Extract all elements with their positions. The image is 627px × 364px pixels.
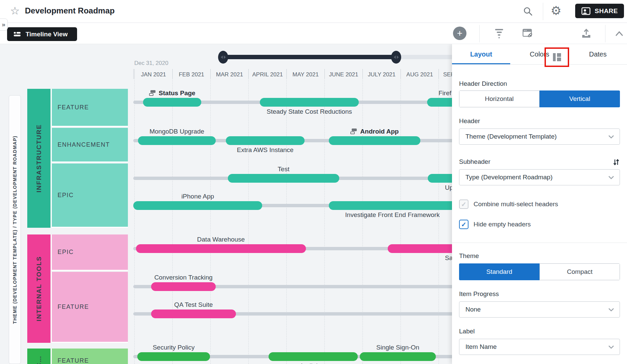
timeline-item-bar[interactable] [269,352,358,361]
month-header: JAN 2021 [134,69,172,79]
item-name-text: QA Test Suite [174,301,213,308]
handle-arrow-right-icon [224,56,226,59]
layout-panel-button[interactable] [552,52,562,62]
timeline-item-label: Status Page [85,89,260,97]
timeline-item-bar[interactable] [226,136,305,145]
timeline-item-bar[interactable] [151,282,216,291]
subheader-cell: EPIC [51,234,128,271]
header-divider [543,3,543,20]
item-name-text: Audit Log [300,362,326,364]
timeline-item-label: MongoDB Upgrade [90,128,265,135]
panel-section-divider [452,243,627,243]
timeline-item-bar[interactable] [260,98,359,107]
toolbar-divider [479,25,480,42]
timeline-item-bar[interactable] [138,136,216,145]
item-card-icon [350,129,357,135]
subheader-cell-label: EPIC [52,249,74,256]
theme-toggle: Standard Compact [459,263,620,280]
handle-arrow-left-icon [221,56,223,59]
timeline-item-label: Conversion Tracking [96,274,271,281]
timeline-view-button[interactable]: Timeline View [7,27,77,41]
timeline-item-bar[interactable] [329,201,456,210]
month-gridline [134,80,135,364]
search-icon[interactable] [523,6,533,16]
timerange-slider-track[interactable] [399,55,452,59]
top-header-bar: ☆ Development Roadmap ⚙ SHARE [0,0,627,23]
item-name-text: MongoDB Upgrade [149,128,204,135]
timeline-item-label: QA Test Suite [106,301,281,308]
direction-vertical-option[interactable]: Vertical [539,90,620,107]
item-progress-select[interactable]: None [459,301,620,318]
month-gridline [439,80,439,364]
subheader-select[interactable]: Type (Development Roadmap) [459,169,620,185]
item-card-icon [149,90,156,96]
add-item-button[interactable]: + [453,27,466,40]
chevron-down-icon [608,308,614,312]
group-header-label: C… [35,355,43,364]
timeline-item-bar[interactable] [133,201,262,210]
item-name-text: Single Sign-On [376,344,419,351]
layout-columns-icon [552,52,562,62]
subheader-cell-label: EPIC [52,192,74,199]
timeline-item-bar[interactable] [388,244,457,253]
item-name-text: Sa [445,254,453,261]
timeline-item-label: Audit Log [226,362,401,364]
sort-order-icon[interactable] [613,158,620,166]
month-gridline [362,80,363,364]
export-upload-icon [581,28,592,39]
chevrons-right-icon: » [2,21,5,28]
timeline-view-icon [14,32,21,37]
chevron-down-icon [608,135,614,139]
timeline-item-bar[interactable] [329,136,420,145]
format-panel: Layout Colors Dates Header Direction Hor… [452,44,627,364]
range-start-date: Dec 31, 2020 [134,60,168,67]
share-button[interactable]: SHARE [575,4,624,18]
tab-layout[interactable]: Layout [452,44,510,64]
timeline-item-bar[interactable] [360,352,436,361]
combine-headers-label: Combine multi-select headers [474,201,558,208]
header-select[interactable]: Theme (Development Template) [459,129,620,145]
timeline-item-bar[interactable] [228,174,339,183]
slider-handle-right[interactable] [391,51,401,64]
slider-handle-left[interactable] [218,51,228,64]
combine-headers-checkbox-row[interactable]: ✓ Combine multi-select headers [459,199,620,209]
settings-gear-icon[interactable]: ⚙ [551,4,561,18]
hide-empty-label: Hide empty headers [474,221,531,228]
group-header-label: INTERNAL TOOLS [35,256,43,321]
item-name-text: Firef [439,89,451,97]
label-select-value: Item Name [465,343,497,351]
group-header: C… [27,349,50,364]
theme-compact-option[interactable]: Compact [539,263,620,280]
tab-dates[interactable]: Dates [569,44,627,64]
timeline-item-bar[interactable] [143,98,201,107]
share-button-label: SHARE [595,7,618,15]
export-button[interactable] [580,23,593,44]
subheader-label: Subheader [459,158,490,166]
collapse-toolbar-button[interactable] [613,23,626,44]
group-header: INFRASTRUCTURE [27,89,50,228]
direction-horizontal-option[interactable]: Horizontal [459,90,539,107]
expand-sidebar-tab[interactable]: » [0,19,8,31]
integrations-button[interactable] [521,23,534,44]
timeline-item-bar[interactable] [151,310,236,318]
favorite-star-icon[interactable]: ☆ [10,4,20,17]
item-name-text: Security Policy [153,344,195,351]
layout-highlight-box [545,47,569,67]
label-select[interactable]: Item Name [459,339,620,355]
timeline-item-label: Steady State Cost Reductions [222,108,397,115]
filter-button[interactable] [492,23,506,44]
theme-label: Theme [459,252,620,260]
timeline-item-bar[interactable] [137,352,210,361]
grouping-axis-strip[interactable]: THEME (DEVELOPMENT TEMPLATE) / TYPE (DEV… [9,95,21,364]
theme-standard-option[interactable]: Standard [459,263,539,280]
share-person-icon [581,7,591,15]
month-header: AUG 2021 [400,69,439,79]
month-header-row: JAN 2021FEB 2021MAR 2021APRIL 2021MAY 20… [134,69,477,79]
hide-empty-checkbox-row[interactable]: ✓ Hide empty headers [459,220,620,229]
timeline-item-bar[interactable] [136,244,306,253]
timerange-slider-bar[interactable] [222,55,397,59]
item-name-text: Investigate Front End Framework [345,211,440,218]
item-name-text: Android App [360,128,398,135]
filter-icon [495,29,503,38]
plus-icon: + [457,27,462,40]
